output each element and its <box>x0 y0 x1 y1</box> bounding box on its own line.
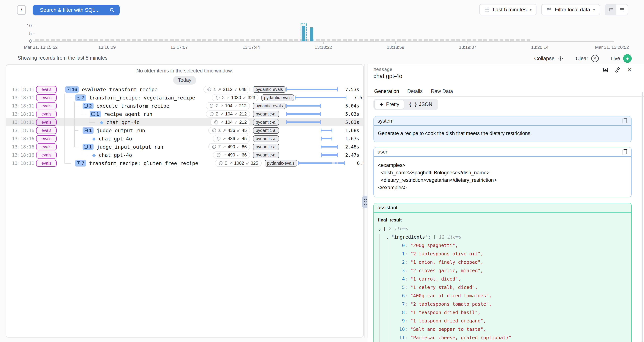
trace-row[interactable]: 13:18:16evals1judge_input_output runΣ↗49… <box>6 143 363 151</box>
trace-timestamp: 13:18:16 <box>6 152 34 158</box>
trace-timestamp: 13:18:16 <box>6 128 34 133</box>
tokens-in-arrow-icon: ↗ <box>218 87 221 92</box>
dock-panel-icon[interactable] <box>602 66 609 73</box>
chevron-down-icon[interactable]: ⌄ <box>386 233 391 242</box>
duration-label: 2.47s <box>342 152 363 158</box>
collapse-children-badge[interactable]: 1 <box>82 127 94 134</box>
trace-timestamp: 13:18:11 <box>6 160 34 166</box>
json-array-item: 1: "2 tablespoons olive oil", <box>378 250 627 258</box>
evals-tag-badge[interactable]: evals <box>36 144 57 150</box>
span-name: transform_recipe: gluten_free_recipe <box>89 160 198 166</box>
collapse-children-badge[interactable]: 1 <box>90 111 101 117</box>
duration-bar-light-segment <box>332 162 335 164</box>
copy-icon[interactable] <box>622 118 628 124</box>
json-array-item: 3: "2 cloves garlic, minced", <box>378 266 627 275</box>
tab-generation[interactable]: Generation <box>374 88 399 97</box>
scrollbar-thumb[interactable] <box>642 92 643 342</box>
tree-guide-stub <box>89 122 95 122</box>
system-message-card: system Generate a recipe to cook the dis… <box>374 116 632 142</box>
pretty-toggle[interactable]: Pretty <box>374 100 404 109</box>
chart-bar-selection[interactable] <box>300 24 307 41</box>
tree-guide-line <box>82 134 82 138</box>
trace-row[interactable]: 13:18:11evals2execute transform_recipeΣ↗… <box>6 102 363 110</box>
list-view-toggle[interactable] <box>616 4 628 15</box>
tree-guide-stub <box>74 130 78 131</box>
sigma-icon: Σ <box>218 144 221 150</box>
token-cell: Σ↗436↙45 <box>187 127 250 134</box>
token-coin-icon <box>212 144 216 149</box>
tokens-out-arrow-icon: ↙ <box>237 144 240 149</box>
evals-tag-badge[interactable]: evals <box>36 160 57 167</box>
trace-row[interactable]: 13:18:11evals16evaluate transform_recipe… <box>6 85 363 94</box>
collapse-children-badge[interactable]: 7 <box>75 94 86 101</box>
copy-link-icon[interactable] <box>614 66 621 73</box>
json-root-line: ⌄{ 2 items <box>378 224 627 233</box>
live-status-icon: ◆ <box>623 54 632 63</box>
trace-row[interactable]: 13:18:11evals7transform_recipe: vegetari… <box>6 94 363 102</box>
array-index: 1 <box>399 250 405 258</box>
trace-row[interactable]: 13:18:16evals1judge_output runΣ↗436↙45py… <box>6 126 363 134</box>
package-badge: pydantic-evals <box>262 94 294 101</box>
evals-tag-badge[interactable]: evals <box>36 111 57 118</box>
x-tick-mark <box>323 41 324 44</box>
collapse-children-badge[interactable]: 16 <box>65 86 79 93</box>
x-tick-label: 13:18:22 <box>315 45 332 50</box>
token-usage-pill: Σ↗1082↙325 <box>215 160 262 167</box>
chevron-down-icon[interactable]: ⌄ <box>378 225 383 233</box>
collapse-children-badge[interactable]: 1 <box>82 144 94 150</box>
copy-icon[interactable] <box>622 149 628 154</box>
live-toggle[interactable]: Live ◆ <box>611 54 632 63</box>
trace-tag-cell: evals <box>34 86 64 93</box>
tab-raw-data[interactable]: Raw Data <box>431 88 453 97</box>
tree-view-toggle[interactable] <box>605 4 616 15</box>
expand-children-badge[interactable]: 7 <box>75 160 86 166</box>
search-button[interactable]: Search & filter with SQL... <box>33 5 120 15</box>
evals-tag-badge[interactable]: evals <box>36 102 57 109</box>
tokens-in-arrow-icon: ↗ <box>226 95 230 100</box>
tokens-in-arrow-icon: ↗ <box>223 144 226 149</box>
span-name: chat gpt-4o <box>99 152 132 158</box>
json-array-item: 2: "1 onion, finely chopped", <box>378 258 627 266</box>
array-index: 3 <box>399 266 405 275</box>
tokens-out-count: 323 <box>248 95 255 100</box>
array-index: 8 <box>399 308 405 317</box>
token-coin-icon <box>216 152 221 158</box>
trace-row[interactable]: 13:18:11evals1recipe_agent runΣ↗104↙212p… <box>6 110 363 118</box>
trace-row[interactable]: 13:18:16evals◆chat gpt-4o↗490↙66pydantic… <box>6 151 363 159</box>
collapse-children-badge[interactable]: 2 <box>82 103 94 109</box>
clear-button[interactable]: Clear ✕ <box>576 55 599 62</box>
x-tick-label: 13:17:07 <box>170 45 188 50</box>
minus-square-icon <box>84 104 88 108</box>
duration-bar <box>286 89 338 90</box>
evals-tag-badge[interactable]: evals <box>36 86 57 93</box>
trace-row[interactable]: 13:18:11evals7transform_recipe: gluten_f… <box>6 159 363 167</box>
child-count: 2 <box>89 103 92 108</box>
filter-local-data-dropdown[interactable]: Filter local data ▾ <box>541 4 600 15</box>
close-panel-icon[interactable]: ✕ <box>626 66 633 73</box>
tokens-out-arrow-icon: ↙ <box>237 153 240 157</box>
evals-tag-badge[interactable]: evals <box>36 135 57 142</box>
evals-tag-badge[interactable]: evals <box>36 119 57 126</box>
json-toggle[interactable]: { } JSON <box>404 100 437 109</box>
x-tick-label: 13:18:59 <box>387 45 404 50</box>
tab-details[interactable]: Details <box>407 88 423 97</box>
evals-tag-badge[interactable]: evals <box>36 152 57 158</box>
minus-square-icon <box>91 112 95 116</box>
span-name: recipe_agent run <box>104 111 152 117</box>
duration-bar <box>286 105 321 106</box>
trace-row[interactable]: 13:18:11evals◆chat gpt-4o↗104↙212pydanti… <box>6 118 363 126</box>
calendar-icon <box>484 7 490 12</box>
chart-bar[interactable] <box>310 28 313 41</box>
evals-tag-badge[interactable]: evals <box>36 94 57 101</box>
trace-row[interactable]: 13:18:16evals◆chat gpt-4o↗436↙45pydantic… <box>6 134 363 143</box>
leaf-diamond-icon: ◆ <box>92 136 96 141</box>
assistant-message-card: assistant final_result ⌄{ 2 items⌄"ingre… <box>374 203 632 342</box>
tree-guide-line <box>74 102 75 147</box>
time-range-dropdown[interactable]: Last 5 minutes ▾ <box>479 4 536 15</box>
duration-bar-cell <box>294 94 350 102</box>
duration-bar-cell <box>286 126 342 134</box>
collapse-button[interactable]: Collapse <box>534 55 564 62</box>
trace-timestamp: 13:18:11 <box>6 95 34 100</box>
evals-tag-badge[interactable]: evals <box>36 127 57 134</box>
token-cell: ↗104↙212 <box>187 119 250 126</box>
